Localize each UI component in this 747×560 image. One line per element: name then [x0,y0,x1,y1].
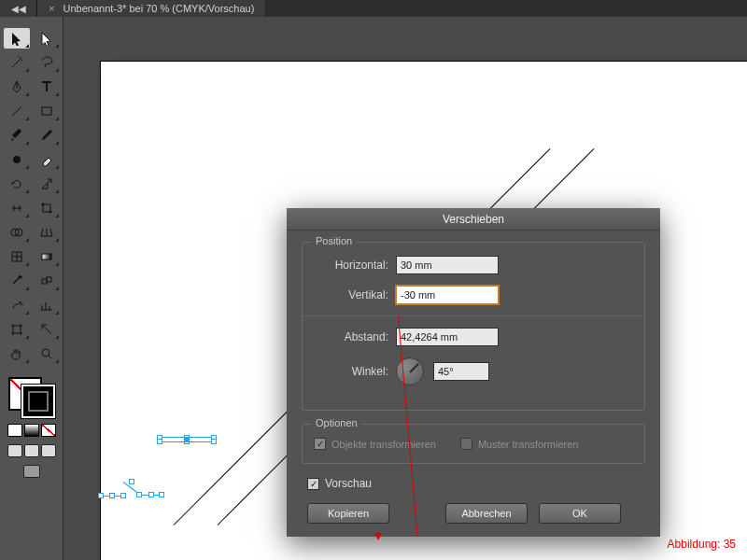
angle-label: Winkel: [314,365,396,378]
color-mode-solid-icon[interactable] [7,424,22,437]
divider [303,315,644,316]
options-legend: Optionen [312,417,361,428]
slice-tool[interactable] [34,319,60,340]
svg-rect-2 [43,204,50,212]
svg-point-1 [13,156,21,163]
fill-stroke-swatch[interactable] [8,377,55,418]
dialog-title: Verschieben [287,208,660,231]
shape-builder-tool[interactable] [4,222,30,243]
preview-label: Vorschau [325,477,372,490]
color-mode-none-icon[interactable] [41,424,56,437]
mesh-tool[interactable] [4,246,30,267]
color-mode-gradient-icon[interactable] [24,424,39,437]
rotate-tool[interactable] [4,174,30,194]
document-title: Unbenannt-3* bei 70 % (CMYK/Vorschau) [63,3,255,14]
close-tab-icon[interactable]: × [49,3,54,14]
artboard-tool[interactable] [4,319,30,340]
document-tab-bar: ◀◀ × Unbenannt-3* bei 70 % (CMYK/Vorscha… [0,0,747,17]
transform-patterns-checkbox[interactable] [460,438,472,450]
screen-mode-row [0,465,63,478]
annotation-arrowhead [374,533,382,540]
stroke-swatch[interactable] [21,385,55,418]
options-fieldset: Optionen ✓ Objekte transformieren Muster… [302,424,645,464]
move-dialog: Verschieben Position Horizontal: Vertika… [287,208,660,537]
document-tab[interactable]: × Unbenannt-3* bei 70 % (CMYK/Vorschau) [37,0,266,17]
color-mode-row [0,424,63,437]
symbol-sprayer-tool[interactable] [4,295,30,315]
draw-normal-icon[interactable] [7,444,22,457]
blend-tool[interactable] [34,271,60,291]
screen-mode-icon[interactable] [23,465,40,478]
svg-point-3 [41,203,44,206]
vertical-label: Vertikal: [314,288,396,301]
horizontal-input[interactable] [396,256,499,274]
svg-rect-11 [13,326,21,333]
panel-collapse-icon[interactable]: ◀◀ [0,0,37,17]
copy-button[interactable]: Kopieren [307,503,389,524]
direct-selection-tool[interactable] [34,28,60,49]
zoom-tool[interactable] [34,343,60,364]
selection-tool[interactable] [4,28,30,49]
hand-tool[interactable] [4,343,30,364]
transform-patterns-label: Muster transformieren [478,439,579,450]
figure-caption: Abbildung: 35 [668,538,736,551]
angle-input[interactable] [433,362,489,381]
pen-tool[interactable] [4,77,30,97]
width-tool[interactable] [4,198,30,218]
ok-button[interactable]: OK [539,503,621,524]
lasso-tool[interactable] [34,52,60,73]
position-legend: Position [312,235,356,246]
scale-tool[interactable] [34,174,60,194]
draw-mode-row [0,444,63,457]
preview-checkbox[interactable]: ✓ [307,478,319,490]
perspective-grid-tool[interactable] [34,222,60,243]
magic-wand-tool[interactable] [4,52,30,73]
selected-path [101,482,176,510]
vertical-input[interactable] [396,286,499,304]
svg-rect-0 [42,107,51,115]
transform-objects-label: Objekte transformieren [331,439,436,450]
draw-inside-icon[interactable] [41,444,56,457]
line-segment-tool[interactable] [4,101,30,121]
svg-point-12 [42,349,49,357]
position-fieldset: Position Horizontal: Vertikal: Abstand: … [302,242,645,411]
svg-rect-8 [42,254,51,259]
svg-rect-9 [42,279,47,284]
svg-rect-10 [47,277,51,282]
cancel-button[interactable]: Abbrechen [445,503,528,524]
column-graph-tool[interactable] [34,295,60,315]
eyedropper-tool[interactable] [4,271,30,291]
free-transform-tool[interactable] [34,198,60,218]
eraser-tool[interactable] [34,149,60,170]
horizontal-label: Horizontal: [314,259,396,272]
rectangle-tool[interactable] [34,101,60,121]
pencil-tool[interactable] [34,125,60,146]
selection-bounding-box [159,437,215,442]
distance-input[interactable] [396,328,499,346]
angle-knob[interactable] [396,357,424,385]
gradient-tool[interactable] [34,246,60,267]
transform-objects-checkbox[interactable]: ✓ [314,438,326,450]
tools-panel [0,17,63,560]
draw-behind-icon[interactable] [24,444,39,457]
distance-label: Abstand: [314,330,396,343]
paintbrush-tool[interactable] [4,125,30,146]
svg-point-4 [49,211,51,214]
blob-brush-tool[interactable] [4,149,30,170]
type-tool[interactable] [34,77,60,97]
